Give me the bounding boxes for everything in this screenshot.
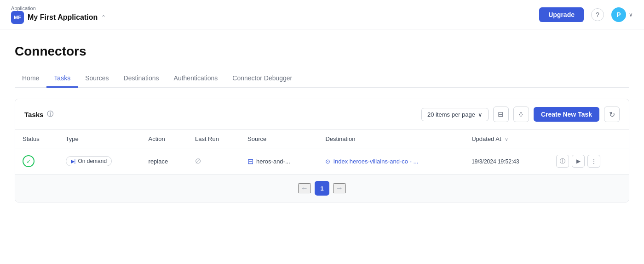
tasks-table: Status Type Action Last Run Source Desti… — [15, 130, 629, 174]
page-1-button[interactable]: 1 — [315, 181, 329, 196]
tab-connector-debugger[interactable]: Connector Debugger — [225, 70, 299, 88]
col-updated-at[interactable]: Updated At ∨ — [464, 130, 549, 148]
col-actions-header — [549, 130, 629, 148]
columns-toggle-button[interactable]: ⊟ — [493, 107, 509, 122]
cell-updated-at: 19/3/2024 19:52:43 — [464, 148, 549, 174]
main-content: Connectors Home Tasks Sources Destinatio… — [0, 29, 644, 202]
source-name: heros-and-... — [256, 158, 290, 165]
app-avatar: MF — [11, 11, 24, 24]
tab-tasks[interactable]: Tasks — [46, 70, 78, 88]
app-name-row[interactable]: MF My First Application ⌃ — [11, 11, 106, 24]
panel-title-text: Tasks — [24, 111, 43, 118]
last-run-null-icon: ∅ — [195, 157, 201, 165]
updated-at-value: 19/3/2024 19:52:43 — [472, 158, 519, 165]
panel-info-icon[interactable]: ⓘ — [47, 110, 53, 118]
nav-tabs: Home Tasks Sources Destinations Authenti… — [15, 70, 629, 88]
source-connector-icon: ⊟ — [247, 157, 253, 166]
table-body: ✓ ▶| On demand replace ∅ — [15, 148, 629, 174]
col-status: Status — [15, 130, 58, 148]
panel-controls: 20 items per page ∨ ⊟ ⧲ Create New Task … — [421, 107, 620, 122]
refresh-button[interactable]: ↻ — [604, 107, 620, 122]
help-icon[interactable]: ? — [591, 8, 604, 21]
tab-sources[interactable]: Sources — [78, 70, 116, 88]
upgrade-button[interactable]: Upgrade — [539, 7, 584, 22]
cell-destination: ⊙ Index heroes-villains-and-co - ... — [318, 148, 464, 174]
panel-header: Tasks ⓘ 20 items per page ∨ ⊟ ⧲ Create N… — [15, 99, 629, 130]
action-label: replace — [149, 158, 168, 165]
app-chevron-icon[interactable]: ⌃ — [101, 14, 106, 21]
col-destination: Destination — [318, 130, 464, 148]
updated-at-sort-icon: ∨ — [505, 136, 508, 142]
row-play-icon: ▶ — [576, 158, 581, 164]
cell-source: ⊟ heros-and-... — [240, 148, 318, 174]
app-name: My First Application — [28, 13, 98, 22]
prev-page-button[interactable]: ← — [298, 183, 311, 193]
table-header: Status Type Action Last Run Source Desti… — [15, 130, 629, 148]
status-success-icon: ✓ — [23, 155, 34, 167]
per-page-chevron-icon: ∨ — [478, 111, 483, 118]
tasks-panel: Tasks ⓘ 20 items per page ∨ ⊟ ⧲ Create N… — [15, 99, 629, 202]
tab-home[interactable]: Home — [15, 70, 46, 88]
app-info: Application MF My First Application ⌃ — [11, 6, 106, 24]
user-chevron-icon[interactable]: ∨ — [629, 11, 633, 18]
cell-action: replace — [141, 148, 188, 174]
pagination: ← 1 → — [15, 174, 629, 202]
cell-row-actions: ⓘ ▶ ⋮ — [549, 148, 629, 174]
cell-status: ✓ — [15, 148, 58, 174]
page-title: Connectors — [15, 44, 629, 59]
row-info-icon: ⓘ — [560, 157, 565, 165]
row-run-button[interactable]: ▶ — [572, 155, 585, 168]
on-demand-play-icon: ▶| — [71, 158, 76, 164]
row-info-button[interactable]: ⓘ — [556, 155, 569, 168]
table-row: ✓ ▶| On demand replace ∅ — [15, 148, 629, 174]
destination-link[interactable]: Index heroes-villains-and-co - ... — [333, 158, 418, 165]
panel-title-area: Tasks ⓘ — [24, 110, 53, 118]
row-more-icon: ⋮ — [591, 158, 597, 164]
cell-type: ▶| On demand — [58, 148, 141, 174]
per-page-label: 20 items per page — [427, 111, 475, 118]
create-task-button[interactable]: Create New Task — [534, 107, 599, 122]
row-actions-group: ⓘ ▶ ⋮ — [556, 155, 621, 168]
app-label: Application — [11, 6, 106, 11]
tab-destinations[interactable]: Destinations — [116, 70, 167, 88]
col-last-run: Last Run — [188, 130, 240, 148]
cell-last-run: ∅ — [188, 148, 240, 174]
on-demand-label: On demand — [78, 158, 107, 164]
per-page-select[interactable]: 20 items per page ∨ — [421, 108, 489, 121]
app-header: Application MF My First Application ⌃ Up… — [0, 0, 644, 29]
filter-icon: ⧲ — [519, 111, 523, 118]
col-source: Source — [240, 130, 318, 148]
refresh-icon: ↻ — [609, 110, 615, 119]
question-mark-icon: ? — [596, 11, 599, 18]
on-demand-badge: ▶| On demand — [66, 156, 112, 166]
columns-icon: ⊟ — [498, 110, 504, 118]
destination-icon: ⊙ — [325, 158, 330, 165]
user-avatar[interactable]: P — [611, 7, 626, 22]
header-right: Upgrade ? P ∨ — [539, 7, 633, 22]
row-more-button[interactable]: ⋮ — [587, 155, 600, 168]
tab-authentications[interactable]: Authentications — [167, 70, 225, 88]
col-type: Type — [58, 130, 141, 148]
next-page-button[interactable]: → — [333, 183, 346, 193]
filter-button[interactable]: ⧲ — [513, 107, 529, 122]
col-action: Action — [141, 130, 188, 148]
